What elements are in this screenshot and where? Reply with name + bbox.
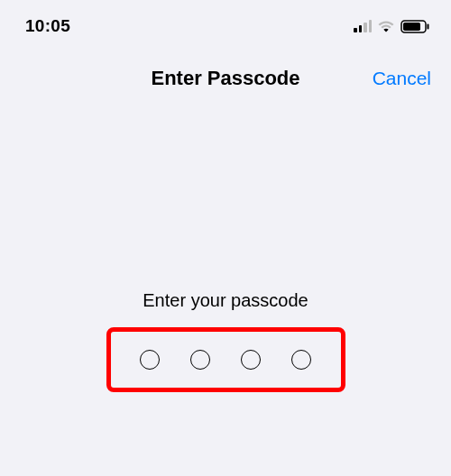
passcode-dot-3 [241, 350, 261, 370]
wifi-icon [377, 20, 395, 32]
passcode-dot-4 [291, 350, 311, 370]
status-time: 10:05 [25, 16, 70, 36]
navigation-bar: Enter Passcode Cancel [0, 56, 451, 101]
status-icons [354, 20, 429, 33]
passcode-dot-2 [190, 350, 210, 370]
cellular-signal-icon [354, 21, 372, 32]
passcode-prompt: Enter your passcode [0, 290, 451, 311]
svg-rect-2 [428, 23, 429, 29]
page-title: Enter Passcode [151, 67, 299, 90]
passcode-input[interactable] [106, 327, 345, 392]
status-bar: 10:05 [0, 0, 451, 40]
svg-rect-1 [403, 23, 420, 31]
battery-icon [400, 20, 429, 33]
passcode-content: Enter your passcode [0, 290, 451, 392]
cancel-button[interactable]: Cancel [373, 68, 431, 89]
passcode-dot-1 [140, 350, 160, 370]
